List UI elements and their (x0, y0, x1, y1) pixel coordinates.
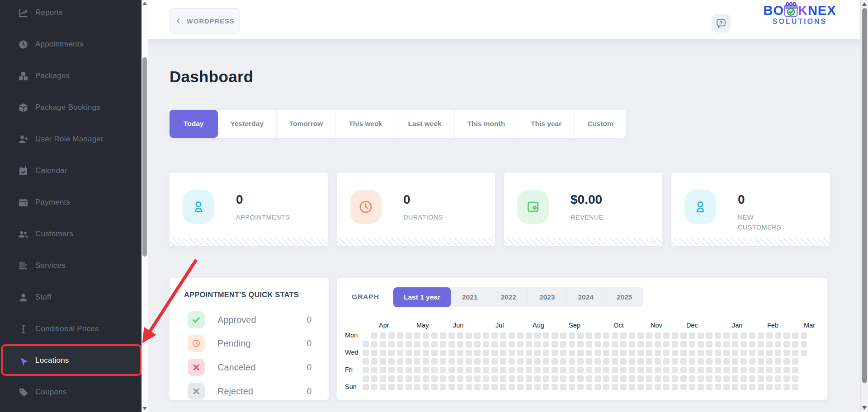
heatmap-cell (526, 350, 532, 356)
filter-tab-today[interactable]: Today (170, 110, 218, 138)
filter-tab-this-month[interactable]: This month (455, 110, 519, 138)
stat-label: DURATIONS (403, 212, 443, 222)
sidebar-item-label: Conditional Prices (35, 324, 99, 333)
heatmap-cell (792, 350, 798, 356)
heatmap-cell (741, 350, 747, 356)
filter-tab-custom[interactable]: Custom (575, 110, 626, 138)
stat-card-appointments: 0APPOINTMENTS (170, 173, 328, 246)
heatmap-cell (663, 384, 670, 390)
heatmap-cell (466, 332, 472, 339)
heatmap-cell (491, 332, 498, 339)
sidebar-item-coupons[interactable]: Coupons (0, 376, 142, 408)
graph-tab-last-1-year[interactable]: Last 1 year (393, 287, 451, 307)
heatmap-cell (732, 332, 738, 339)
sidebar-scrollbar-thumb[interactable] (142, 57, 147, 257)
logo-text-bo: BO (763, 3, 784, 18)
heatmap-month-label: Jun (453, 322, 463, 329)
heatmap-cell (620, 367, 627, 373)
heatmap-cell (792, 384, 798, 390)
heatmap-cell (612, 332, 618, 339)
back-to-wordpress-button[interactable]: WORDPRESS (170, 8, 240, 34)
heatmap-cell (517, 384, 524, 390)
help-question-glyph: ? (720, 20, 723, 25)
sidebar-item-locations[interactable]: Locations (0, 345, 142, 376)
sidebar-item-services[interactable]: Services (0, 250, 142, 281)
sidebar-item-user-role-manager[interactable]: User Role Manager (0, 123, 142, 155)
sidebar-item-appointments[interactable]: Appointments (0, 28, 142, 60)
sidebar-item-reports[interactable]: Reports (0, 0, 142, 28)
browser-scrollbar-thumb[interactable] (862, 8, 867, 383)
heatmap-cell (491, 367, 498, 373)
heatmap-cell (474, 358, 481, 365)
graph-tab-2021[interactable]: 2021 (451, 287, 489, 307)
heatmap-cell (629, 350, 635, 356)
quick-stats-title: APPOINTMENT'S QUICK STATS (184, 290, 299, 299)
heatmap-cell (749, 384, 755, 390)
heatmap-cell (766, 332, 773, 339)
scroll-up-arrow-icon[interactable] (862, 2, 867, 6)
heatmap-cell (680, 332, 687, 339)
heatmap-cell (380, 367, 386, 373)
hatch-stripe-decoration (170, 238, 328, 246)
heatmap-cell (732, 375, 738, 382)
help-button[interactable]: ? (712, 14, 731, 33)
heatmap-cell (680, 341, 687, 347)
sidebar-item-customers[interactable]: Customers (0, 218, 142, 250)
heatmap-cell (466, 350, 472, 356)
sidebar-item-label: Payments (35, 198, 70, 207)
heatmap-cell (448, 384, 455, 390)
sidebar-item-package-bookings[interactable]: Package Bookings (0, 92, 142, 123)
heatmap-month-label: Feb (767, 322, 778, 329)
filter-tab-yesterday[interactable]: Yesterday (218, 110, 277, 138)
graph-tab-2022[interactable]: 2022 (489, 287, 528, 307)
graph-tab-2024[interactable]: 2024 (566, 287, 605, 307)
heatmap-cell (715, 332, 721, 339)
heatmap-cell (698, 358, 704, 365)
heatmap-cell (620, 350, 627, 356)
heatmap-cell (491, 384, 498, 390)
heatmap-cell (569, 367, 575, 373)
heatmap-cell (543, 358, 549, 365)
heatmap-cell (457, 341, 463, 347)
graph-tab-2023[interactable]: 2023 (528, 287, 566, 307)
heatmap-cell (423, 384, 429, 390)
x-icon (188, 383, 205, 400)
heatmap-cell (663, 358, 670, 365)
heatmap-cell (758, 358, 764, 365)
heatmap-cell (431, 384, 438, 390)
filter-tab-this-week[interactable]: This week (336, 110, 395, 138)
sidebar-item-staff[interactable]: Staff (0, 281, 142, 313)
heatmap-cell (414, 358, 420, 365)
sidebar-item-payments[interactable]: Payments (0, 187, 142, 218)
heatmap-cell (431, 332, 438, 339)
heatmap-cell (457, 358, 463, 365)
sidebar-item-calendar[interactable]: Calendar (0, 155, 142, 187)
sidebar-item-packages[interactable]: Packages (0, 60, 142, 92)
help-bubble-icon: ? (715, 18, 727, 29)
user-plus-icon (18, 134, 28, 145)
heatmap-cell (594, 332, 601, 339)
heatmap-cell (783, 358, 790, 365)
heatmap-cell (474, 332, 481, 339)
person-outline-icon (183, 190, 214, 224)
heatmap-cell (663, 341, 670, 347)
scroll-down-arrow-icon[interactable] (862, 406, 867, 410)
scroll-up-arrow-icon[interactable] (142, 2, 147, 5)
heatmap-cell (371, 384, 377, 390)
filter-tab-this-year[interactable]: This year (518, 110, 575, 138)
graph-tab-2025[interactable]: 2025 (605, 287, 643, 307)
heatmap-cell (414, 341, 420, 347)
heatmap-cell (526, 358, 532, 365)
heatmap-cell (483, 367, 489, 373)
heatmap-cell (414, 350, 420, 356)
heatmap-cell (406, 332, 412, 339)
filter-tab-tomorrow[interactable]: Tomorrow (277, 110, 336, 138)
filter-tab-last-week[interactable]: Last week (395, 110, 454, 138)
sidebar-item-conditional-prices[interactable]: Conditional Prices (0, 313, 142, 345)
check-icon (188, 311, 205, 328)
heatmap-cell (500, 332, 506, 339)
scroll-down-arrow-icon[interactable] (142, 407, 147, 410)
heatmap-cell (792, 358, 798, 365)
heatmap-cell (629, 384, 635, 390)
heatmap-cell (689, 341, 695, 347)
